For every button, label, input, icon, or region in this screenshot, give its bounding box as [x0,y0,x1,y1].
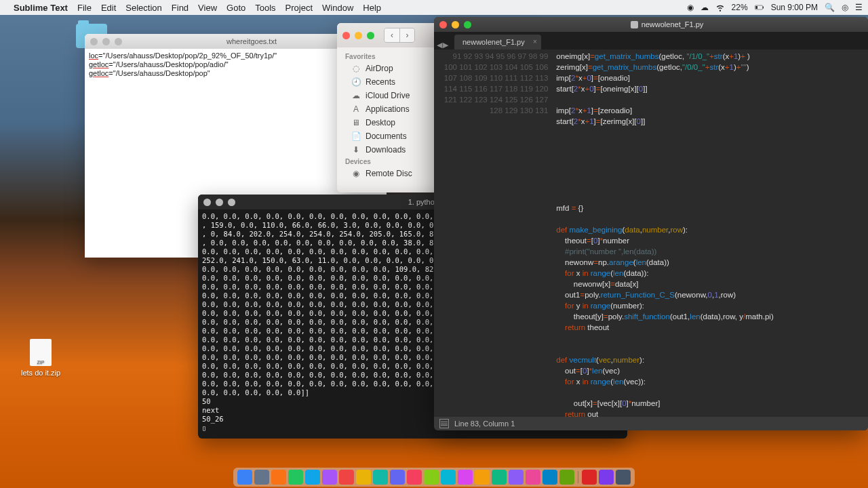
siri-icon[interactable]: ◎ [842,3,848,12]
status-cloud-icon[interactable]: ☁ [701,3,709,12]
tab-close-icon[interactable]: × [533,38,537,45]
sublime-tabbar: ◀▶ newwolenet_F1.py × [434,32,868,49]
sidebar-item-label: Documents [366,131,407,141]
back-button[interactable]: ‹ [384,28,399,42]
dock-app-14[interactable] [475,470,490,485]
dock-app-18[interactable] [542,470,557,485]
sidebar-item-icon: ◌ [351,64,361,73]
notification-center-icon[interactable]: ☰ [855,3,863,12]
zoom-button[interactable] [464,21,471,28]
dock-app-7[interactable] [356,470,371,485]
sidebar-item-icon: 🕘 [351,77,361,87]
menu-help[interactable]: Help [363,3,381,13]
close-button[interactable] [342,32,350,39]
dock-app-19[interactable] [559,470,574,485]
dock [233,468,635,487]
sidebar-toggle-icon[interactable] [439,419,449,428]
minimize-button[interactable] [216,199,223,206]
menu-find[interactable]: Find [172,3,189,13]
dock-app-12[interactable] [441,470,456,485]
menu-tools[interactable]: Tools [255,3,275,13]
zip-icon [30,339,52,366]
sublime-status-pos: Line 83, Column 1 [454,420,515,428]
sidebar-item-label: Applications [366,104,410,114]
sublime-window-title: newwolenet_F1.py [642,20,704,28]
sidebar-item-label: AirDrop [366,64,393,73]
sublime-titlebar[interactable]: newwolenet_F1.py [434,17,868,32]
sublime-editor[interactable]: 91 92 93 94 95 96 97 98 99 100 101 102 1… [434,49,868,417]
menu-window[interactable]: Window [322,3,353,13]
zoom-button[interactable] [228,199,235,206]
status-circle-icon[interactable]: ◉ [687,3,694,12]
minimize-button[interactable] [355,32,362,39]
dock-app-8[interactable] [373,470,388,485]
dock-app-4[interactable] [305,470,320,485]
menu-file[interactable]: File [77,3,92,13]
sublime-tab-title: newwolenet_F1.py [462,38,525,46]
menu-edit[interactable]: Edit [101,3,116,13]
battery-icon[interactable] [755,3,764,12]
dock-app-15[interactable] [492,470,507,485]
dock-app-9[interactable] [390,470,405,485]
menu-project[interactable]: Project [285,3,313,13]
zoom-button[interactable] [367,32,374,39]
desktop-zip[interactable]: lets do it.zip [20,339,61,377]
minimize-button[interactable] [102,38,110,45]
tab-prev-icon[interactable]: ◀ [437,41,442,49]
source-code[interactable]: oneimg[x]=get_matrix_humbs(getloc, "/1/0… [553,49,868,417]
sidebar-item-icon: ☁ [351,91,361,100]
line-gutter: 91 92 93 94 95 96 97 98 99 100 101 102 1… [434,49,553,417]
app-name[interactable]: Sublime Text [14,3,68,13]
sidebar-item-icon: 📄 [351,131,361,141]
svg-rect-1 [763,7,764,9]
dock-app-5[interactable] [322,470,337,485]
dock-app-2[interactable] [271,470,286,485]
sidebar-item-label: Downloads [366,145,406,155]
dock-app-0[interactable] [237,470,252,485]
zoom-button[interactable] [115,38,122,45]
sidebar-item-icon: ◉ [351,169,361,178]
dock-app-1[interactable] [254,470,269,485]
close-button[interactable] [90,38,98,45]
sublime-statusbar: Line 83, Column 1 [434,417,868,430]
dock-app-20[interactable] [582,470,597,485]
desktop-zip-label: lets do it.zip [20,369,61,377]
sidebar-item-label: iCloud Drive [366,91,410,100]
clock[interactable]: Sun 9:00 PM [771,3,818,12]
dock-app-21[interactable] [599,470,614,485]
dock-app-10[interactable] [407,470,422,485]
wifi-icon[interactable] [715,3,725,12]
sidebar-item-icon: 🖥 [351,118,361,127]
battery-pct: 22% [732,3,748,12]
dock-app-11[interactable] [424,470,439,485]
sidebar-item-icon: ⬇ [351,145,361,155]
sidebar-item-label: Desktop [366,118,395,127]
menu-selection[interactable]: Selection [125,3,161,13]
svg-rect-2 [755,6,757,9]
spotlight-icon[interactable]: 🔍 [825,3,835,12]
close-button[interactable] [203,199,211,206]
sidebar-item-label: Recents [366,77,395,87]
minimize-button[interactable] [452,21,459,28]
finder-nav: ‹ › [384,28,415,43]
dock-app-13[interactable] [458,470,473,485]
close-button[interactable] [439,21,447,28]
forward-button[interactable]: › [399,28,414,42]
dock-app-16[interactable] [509,470,524,485]
document-icon [631,21,638,28]
sublime-window: newwolenet_F1.py ◀▶ newwolenet_F1.py × 9… [434,17,868,430]
menubar: Sublime Text FileEditSelectionFindViewGo… [0,0,868,15]
dock-app-6[interactable] [339,470,354,485]
menu-view[interactable]: View [198,3,217,13]
tab-next-icon[interactable]: ▶ [443,41,448,49]
sublime-tab[interactable]: newwolenet_F1.py × [454,35,541,49]
dock-app-17[interactable] [526,470,540,485]
sidebar-item-label: Remote Disc [366,169,412,178]
dock-app-3[interactable] [288,470,303,485]
sidebar-item-icon: A [351,104,361,114]
dock-app-22[interactable] [616,470,631,485]
menu-goto[interactable]: Goto [226,3,245,13]
